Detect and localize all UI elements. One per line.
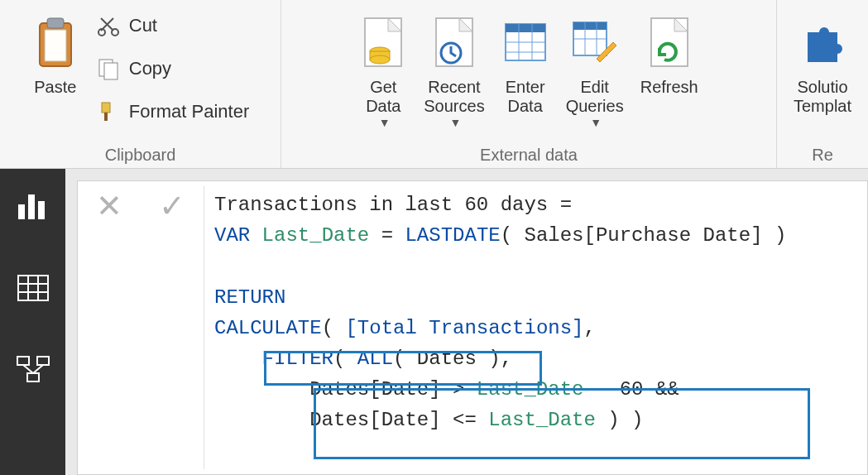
recent-sources-label: Recent Sources <box>424 78 484 116</box>
refresh-button[interactable]: Refresh <box>632 7 707 98</box>
chevron-down-icon: ▼ <box>379 116 391 129</box>
recent-page-icon <box>430 12 478 73</box>
cut-label: Cut <box>129 15 157 36</box>
report-view-button[interactable] <box>13 187 53 227</box>
dax-lastdate-args: ( Sales[Purchase Date] ) <box>501 224 787 247</box>
dax-var-name: Last_Date <box>250 224 381 247</box>
external-data-group-label: External data <box>480 142 578 166</box>
solution-templates-label: Solutio Templat <box>794 78 851 116</box>
svg-rect-30 <box>18 276 48 300</box>
clipboard-group-label: Clipboard <box>105 142 176 166</box>
svg-rect-28 <box>28 194 35 219</box>
dax-cond2b: ) ) <box>596 409 644 431</box>
cut-button[interactable]: Cut <box>91 12 255 40</box>
chevron-down-icon: ▼ <box>450 116 462 129</box>
dax-cond1a: Dates[Date] > <box>309 378 477 401</box>
model-view-button[interactable] <box>13 349 53 389</box>
svg-rect-6 <box>104 63 117 79</box>
enter-data-button[interactable]: Enter Data <box>493 7 558 118</box>
dax-open: ( <box>322 317 346 339</box>
edit-queries-button[interactable]: Edit Queries▼ <box>558 7 632 131</box>
get-data-label: Get Data <box>366 78 400 116</box>
svg-rect-37 <box>27 373 39 381</box>
formula-cancel-button[interactable]: ✕ <box>78 181 141 231</box>
formula-editor[interactable]: Transactions in last 60 days = VAR Last_… <box>204 181 867 444</box>
copy-label: Copy <box>129 58 171 79</box>
dax-open2: ( <box>333 348 357 370</box>
get-data-button[interactable]: Get Data▼ <box>351 7 415 131</box>
format-painter-label: Format Painter <box>129 101 250 122</box>
refresh-label: Refresh <box>640 78 698 97</box>
pad <box>214 348 262 370</box>
dax-var-ref2: Last_Date <box>488 409 596 431</box>
svg-rect-8 <box>104 113 108 121</box>
svg-rect-1 <box>45 30 66 61</box>
recent-sources-button[interactable]: Recent Sources▼ <box>415 7 492 131</box>
copy-icon <box>96 56 121 81</box>
svg-rect-2 <box>47 18 64 28</box>
paintbrush-icon <box>96 99 121 124</box>
dax-fn-filter: FILTER <box>262 348 333 370</box>
dax-fn-calculate: CALCULATE <box>214 317 322 339</box>
svg-rect-16 <box>506 24 545 32</box>
copy-button[interactable]: Copy <box>91 55 255 83</box>
dax-cond2a: Dates[Date] <= <box>309 409 488 431</box>
workspace: Traı ✕ ✓ Transactions in last 60 days = … <box>0 169 868 475</box>
ribbon-group-resources-partial: Solutio Templat Re <box>777 0 868 168</box>
svg-rect-27 <box>18 204 25 219</box>
dax-comma: , <box>583 317 595 339</box>
svg-point-12 <box>370 55 390 64</box>
data-view-button[interactable] <box>13 268 53 308</box>
svg-rect-35 <box>17 357 29 365</box>
puzzle-icon <box>798 12 846 73</box>
paste-label: Paste <box>34 78 76 97</box>
scissors-icon <box>96 13 121 38</box>
ribbon: Paste Cut Copy <box>0 0 868 169</box>
edit-table-icon <box>571 12 619 73</box>
format-painter-button[interactable]: Format Painter <box>91 98 255 126</box>
dax-measure-name: Transactions in last 60 days = <box>214 194 583 216</box>
dax-all-args: ( Dates ), <box>393 348 512 370</box>
dax-eq: = <box>381 224 405 247</box>
pad <box>214 378 309 401</box>
resources-group-label-partial: Re <box>812 142 833 166</box>
dax-measure-ref: [Total Transactions] <box>345 317 583 339</box>
ribbon-group-clipboard: Paste Cut Copy <box>0 0 281 168</box>
dax-kw-return: RETURN <box>214 286 285 309</box>
clipboard-icon <box>31 12 79 73</box>
ribbon-group-external-data: Get Data▼ Recent Sources▼ Enter Data Edi… <box>281 0 777 168</box>
svg-rect-22 <box>573 22 607 30</box>
dax-fn-all: ALL <box>357 348 393 370</box>
svg-point-4 <box>112 29 118 36</box>
refresh-page-icon <box>645 12 693 73</box>
pad <box>214 409 309 431</box>
table-icon <box>501 12 549 73</box>
dax-fn-lastdate: LASTDATE <box>405 224 500 247</box>
dax-var-ref: Last_Date <box>477 378 584 401</box>
chevron-down-icon: ▼ <box>590 116 602 129</box>
database-page-icon <box>359 12 407 73</box>
edit-queries-label: Edit Queries <box>566 78 624 116</box>
svg-rect-36 <box>37 357 49 365</box>
view-nav-rail <box>0 169 65 475</box>
formula-bar: ✕ ✓ Transactions in last 60 days = VAR L… <box>77 180 868 475</box>
dax-cond1b: - 60 && <box>583 378 679 401</box>
enter-data-label: Enter Data <box>506 78 545 116</box>
solution-templates-button[interactable]: Solutio Templat <box>785 7 860 118</box>
svg-rect-29 <box>38 201 45 219</box>
canvas-area: Traı ✕ ✓ Transactions in last 60 days = … <box>65 169 868 475</box>
svg-rect-7 <box>102 103 110 113</box>
paste-button[interactable]: Paste <box>23 7 88 98</box>
formula-commit-button[interactable]: ✓ <box>141 181 204 231</box>
dax-kw-var: VAR <box>214 224 250 247</box>
